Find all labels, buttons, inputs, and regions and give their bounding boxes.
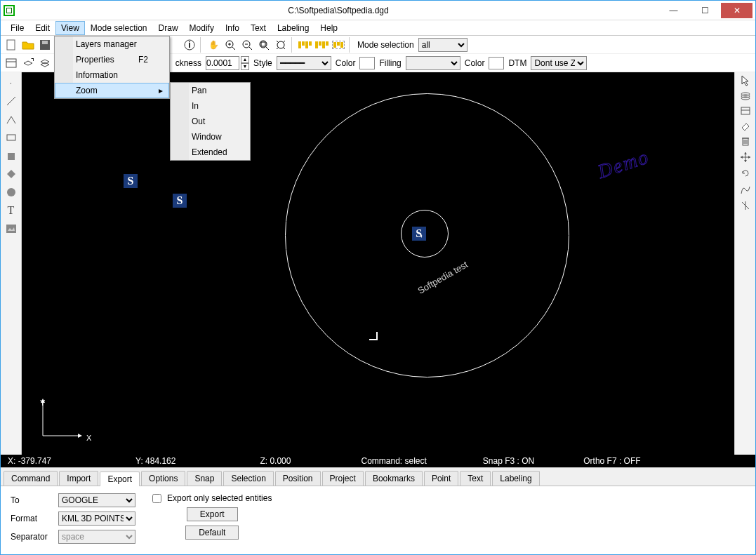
menu-view[interactable]: View [55,21,85,35]
new-file-icon[interactable] [4,37,19,53]
dtm-dropdown[interactable]: Dont use Z [531,56,587,70]
default-button[interactable]: Default [185,526,239,540]
thickness-up[interactable]: ▲ [241,56,249,63]
view-zoom[interactable]: Zoom▸ [55,83,169,98]
open-file-icon[interactable] [20,37,36,53]
path-tool-icon[interactable] [740,184,751,197]
tab-options[interactable]: Options [141,471,185,486]
zoom-in[interactable]: In [171,98,250,114]
menu-draw[interactable]: Draw [153,21,184,35]
tab-selection[interactable]: Selection [223,471,273,486]
svg-rect-24 [7,135,15,140]
ruler1-icon[interactable] [297,37,312,53]
menu-modify[interactable]: Modify [184,21,220,35]
thickness-label: ckness [173,58,204,68]
layer-icon2[interactable] [37,55,53,71]
export-separator-dropdown[interactable]: space [58,530,135,544]
text-tool-icon[interactable]: T [4,203,19,218]
tab-project[interactable]: Project [322,471,364,486]
zoom-extents-icon[interactable] [273,37,289,53]
axis-x-label: X [86,434,91,442]
pan-hand-icon[interactable]: ✋ [206,37,221,53]
export-selected-checkbox[interactable] [152,494,161,503]
zoom-window[interactable]: Window [171,129,250,145]
drawing-canvas[interactable]: S S S, Softpedia test Demo Y X [22,72,734,455]
fill-color-label: Color [462,58,488,68]
filling-dropdown[interactable] [406,56,460,70]
tab-export[interactable]: Export [100,472,140,486]
eraser-icon[interactable] [740,121,751,133]
ruler2-icon[interactable] [314,37,329,53]
svg-line-6 [232,47,235,50]
tab-point[interactable]: Point [424,471,458,486]
export-to-dropdown[interactable]: GOOGLE [58,493,135,507]
status-x: X: -379.747 [8,456,51,466]
status-snap: Snap F3 : ON [483,456,534,466]
circle-tool-icon[interactable] [4,185,19,200]
rotate-icon[interactable] [740,168,751,181]
svg-point-25 [7,188,15,196]
polygon-tool-icon[interactable] [4,148,19,163]
history-icon[interactable] [740,106,751,118]
export-format-dropdown[interactable]: KML 3D POINTS [58,511,135,526]
svg-rect-13 [261,42,265,46]
svg-line-19 [283,47,285,49]
image-tool-icon[interactable] [4,221,19,236]
demo-watermark: Demo [595,145,652,183]
polyline-tool-icon[interactable] [4,112,19,127]
zoom-out[interactable]: Out [171,114,250,129]
menu-mode-selection[interactable]: Mode selection [85,21,153,35]
move-icon[interactable] [740,152,751,165]
export-separator-label: Separator [11,532,53,542]
mode-selection-dropdown[interactable]: all [418,38,467,52]
zoom-submenu: Pan In Out Window Extended [170,82,251,161]
split-icon[interactable] [740,200,751,213]
minimize-button[interactable]: — [658,3,689,18]
layers-side-icon[interactable] [740,91,751,103]
svg-rect-26 [6,225,16,233]
tab-labeling[interactable]: Labeling [492,471,539,486]
line-tool-icon[interactable] [4,93,19,109]
export-button[interactable]: Export [187,507,238,521]
tab-import[interactable]: Import [59,471,98,486]
thickness-down[interactable]: ▼ [241,63,249,70]
ruler3-icon[interactable] [331,37,346,53]
zoom-extended[interactable]: Extended [171,145,250,160]
menu-labeling[interactable]: Labeling [272,21,314,35]
save-icon[interactable] [37,37,53,53]
tab-snap[interactable]: Snap [187,471,222,486]
layout-icon[interactable] [4,55,19,71]
menu-text[interactable]: Text [245,21,272,35]
tab-bookmarks[interactable]: Bookmarks [365,471,423,486]
menu-info[interactable]: Info [220,21,245,35]
rectangle-tool-icon[interactable] [4,130,19,145]
diamond-tool-icon[interactable] [4,166,19,182]
maximize-button[interactable]: ☐ [689,3,721,18]
tab-position[interactable]: Position [275,471,321,486]
zoom-window-icon[interactable] [256,37,272,53]
line-color-swatch[interactable] [359,57,375,69]
marker-s-3: S, [412,227,426,241]
add-layer-icon[interactable]: + [20,55,36,71]
point-tool-icon[interactable]: · [4,75,19,91]
menu-help[interactable]: Help [314,21,343,35]
zoom-out-icon[interactable] [239,37,255,53]
menu-file[interactable]: File [5,21,29,35]
view-properties[interactable]: PropertiesF2 [55,52,169,67]
zoom-in-icon[interactable] [223,37,238,53]
bottom-panel: Command Import Export Options Snap Selec… [1,467,755,554]
view-layers-manager[interactable]: Layers manager [55,36,169,52]
tab-command[interactable]: Command [4,471,58,486]
thickness-input[interactable] [206,56,239,70]
fill-color-swatch[interactable] [489,57,504,69]
tab-text[interactable]: Text [460,471,491,486]
info-icon[interactable]: i [182,37,197,53]
dtm-label: DTM [505,58,529,68]
zoom-pan[interactable]: Pan [171,83,250,98]
close-button[interactable]: ✕ [721,3,752,18]
trash-icon[interactable] [741,135,750,149]
view-information[interactable]: Information [55,67,169,83]
menu-edit[interactable]: Edit [29,21,55,35]
line-style-dropdown[interactable]: ━━━━━ [277,56,331,70]
cursor-icon[interactable] [741,75,750,88]
